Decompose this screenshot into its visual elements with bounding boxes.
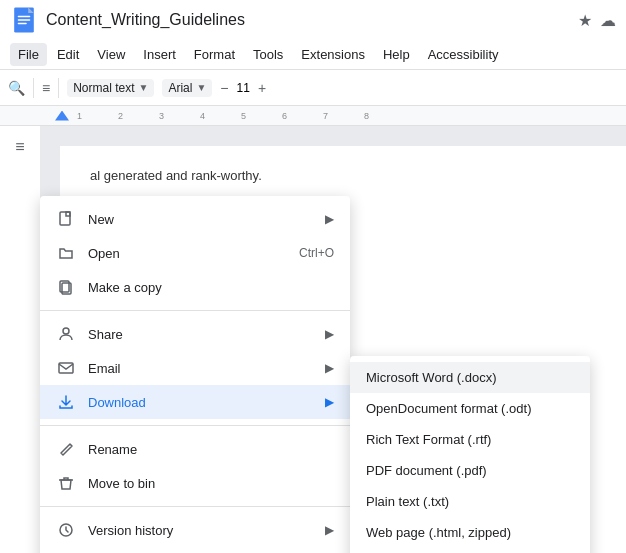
open-label: Open [88,246,299,261]
cloud-icon: ☁ [600,11,616,30]
svg-point-10 [63,328,69,334]
bin-icon [56,473,76,493]
divider-3 [40,506,350,507]
menu-item-share[interactable]: Share ▶ [40,317,350,351]
dropdown-container: New ▶ Open Ctrl+O Make a copy [40,196,350,553]
menu-item-make-copy[interactable]: Make a copy [40,270,350,304]
new-arrow: ▶ [325,212,334,226]
docx-label: Microsoft Word (.docx) [366,370,497,385]
sidebar-list-icon[interactable]: ≡ [15,138,24,156]
submenu-item-odt[interactable]: OpenDocument format (.odt) [350,393,590,424]
menu-extensions[interactable]: Extensions [293,43,373,66]
list-icon[interactable]: ≡ [42,80,50,96]
menu-format[interactable]: Format [186,43,243,66]
ruler-mark-1: 1 [77,111,82,121]
menu-item-rename[interactable]: Rename [40,432,350,466]
svg-rect-2 [18,19,31,20]
left-panel: ≡ [0,126,40,553]
toolbar: 🔍 ≡ Normal text ▼ Arial ▼ − 11 + [0,70,626,106]
title-icons: ★ ☁ [578,11,616,30]
font-increase[interactable]: + [258,80,266,96]
copy-icon [56,277,76,297]
ruler-mark-6: 6 [282,111,287,121]
font-decrease[interactable]: − [220,80,228,96]
title-bar: Content_Writing_Guidelines ★ ☁ [0,0,626,40]
font-name-label: Arial [168,81,192,95]
svg-rect-7 [66,212,70,216]
menu-file[interactable]: File [10,43,47,66]
submenu-item-html[interactable]: Web page (.html, zipped) [350,517,590,548]
svg-rect-3 [18,23,27,24]
menu-help[interactable]: Help [375,43,418,66]
submenu-item-rtf[interactable]: Rich Text Format (.rtf) [350,424,590,455]
rename-label: Rename [88,442,334,457]
svg-rect-6 [60,212,70,225]
menu-insert[interactable]: Insert [135,43,184,66]
text-style-arrow[interactable]: ▼ [139,82,149,93]
email-arrow: ▶ [325,361,334,375]
version-icon [56,520,76,540]
share-icon [56,324,76,344]
new-label: New [88,212,317,227]
ruler: 1 2 3 4 5 6 7 8 [0,106,626,126]
file-menu-dropdown: New ▶ Open Ctrl+O Make a copy [40,196,350,553]
menu-tools[interactable]: Tools [245,43,291,66]
ruler-mark-7: 7 [323,111,328,121]
submenu-item-docx[interactable]: Microsoft Word (.docx) [350,362,590,393]
menu-view[interactable]: View [89,43,133,66]
ruler-mark-2: 2 [118,111,123,121]
download-label: Download [88,395,317,410]
make-copy-label: Make a copy [88,280,334,295]
font-arrow[interactable]: ▼ [196,82,206,93]
google-docs-icon [10,6,38,34]
menu-item-email[interactable]: Email ▶ [40,351,350,385]
divider-2 [40,425,350,426]
search-icon[interactable]: 🔍 [8,80,25,96]
menu-accessibility[interactable]: Accessibility [420,43,507,66]
odt-label: OpenDocument format (.odt) [366,401,531,416]
pdf-label: PDF document (.pdf) [366,463,487,478]
ruler-mark-3: 3 [159,111,164,121]
ruler-marker-left [55,111,69,121]
document-title[interactable]: Content_Writing_Guidelines [46,11,570,29]
svg-rect-11 [59,363,73,373]
download-icon [56,392,76,412]
version-history-label: Version history [88,523,317,538]
open-shortcut: Ctrl+O [299,246,334,260]
menu-item-download[interactable]: Download ▶ [40,385,350,419]
document-area: ≡ al generated and rank-worthy. nave to … [0,126,626,553]
submenu-item-epub[interactable]: EPUB publication (.epub) [350,548,590,553]
ruler-mark-8: 8 [364,111,369,121]
share-label: Share [88,327,317,342]
version-arrow: ▶ [325,523,334,537]
rtf-label: Rich Text Format (.rtf) [366,432,491,447]
open-icon [56,243,76,263]
divider-1 [40,310,350,311]
new-icon [56,209,76,229]
menu-item-open[interactable]: Open Ctrl+O [40,236,350,270]
normal-text-label: Normal text [73,81,134,95]
move-to-bin-label: Move to bin [88,476,334,491]
share-arrow: ▶ [325,327,334,341]
download-submenu: Microsoft Word (.docx) OpenDocument form… [350,356,590,553]
menu-item-move-to-bin[interactable]: Move to bin [40,466,350,500]
submenu-item-txt[interactable]: Plain text (.txt) [350,486,590,517]
email-label: Email [88,361,317,376]
doc-line-1: al generated and rank-worthy. [90,166,291,187]
html-label: Web page (.html, zipped) [366,525,511,540]
menu-bar: File Edit View Insert Format Tools Exten… [0,40,626,70]
submenu-item-pdf[interactable]: PDF document (.pdf) [350,455,590,486]
ruler-mark-5: 5 [241,111,246,121]
star-icon[interactable]: ★ [578,11,592,30]
svg-rect-1 [18,16,31,17]
menu-item-version-history[interactable]: Version history ▶ [40,513,350,547]
download-arrow: ▶ [325,395,334,409]
rename-icon [56,439,76,459]
ruler-mark-4: 4 [200,111,205,121]
menu-edit[interactable]: Edit [49,43,87,66]
email-icon [56,358,76,378]
font-size-label: 11 [233,81,254,95]
menu-item-new[interactable]: New ▶ [40,202,350,236]
txt-label: Plain text (.txt) [366,494,449,509]
